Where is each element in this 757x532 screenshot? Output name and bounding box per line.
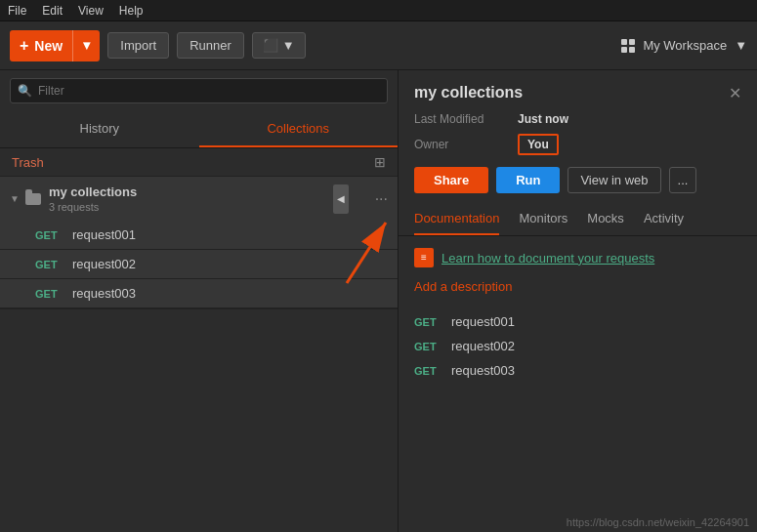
toolbar: + New ▼ Import Runner ⬛ ▼ My Workspace ▼	[0, 21, 757, 70]
collection-header[interactable]: ▼ my collections 3 requests ◀ ···	[0, 177, 398, 221]
add-description[interactable]: Add a description	[414, 279, 741, 294]
left-panel: 🔍 History Collections Trash ⊞ ▼ my	[0, 70, 399, 532]
panel-title: my collections	[414, 84, 523, 102]
request-name: request003	[451, 363, 515, 378]
workspace-grid-icon	[621, 39, 635, 53]
doc-icon: ≡	[414, 248, 434, 267]
menu-edit[interactable]: Edit	[42, 4, 63, 18]
chevron-down-icon: ▼	[10, 193, 20, 204]
right-panel-header: my collections ✕	[399, 70, 757, 110]
list-item[interactable]: GET request003	[414, 358, 741, 383]
owner-value: You	[518, 134, 559, 155]
import-button[interactable]: Import	[107, 32, 169, 59]
doc-link-row: ≡ Learn how to document your requests	[414, 248, 741, 267]
new-button-label: + New	[10, 37, 72, 55]
list-item[interactable]: GET request002	[414, 334, 741, 358]
collection-area: Trash ⊞ ▼ my collections 3 requests ◀ ··…	[0, 148, 398, 532]
intercept-button[interactable]: ⬛ ▼	[252, 32, 306, 59]
menu-bar: File Edit View Help	[0, 0, 757, 21]
method-badge: GET	[414, 365, 442, 377]
last-modified-value: Just now	[518, 112, 568, 126]
menu-help[interactable]: Help	[119, 4, 144, 18]
close-button[interactable]: ✕	[729, 84, 741, 102]
workspace-button[interactable]: My Workspace ▼	[621, 38, 747, 53]
method-badge: GET	[414, 316, 442, 328]
filter-bar: 🔍	[0, 70, 398, 111]
share-button[interactable]: Share	[414, 167, 488, 193]
collection-more-button[interactable]: ···	[375, 190, 388, 208]
tab-activity[interactable]: Activity	[644, 203, 684, 235]
add-collection-button[interactable]: ⊞	[374, 154, 386, 170]
tab-monitors[interactable]: Monitors	[519, 203, 568, 235]
footer-url: https://blog.csdn.net/weixin_42264901	[567, 516, 749, 528]
menu-view[interactable]: View	[78, 4, 104, 18]
collection-item: ▼ my collections 3 requests ◀ ··· GET re…	[0, 177, 398, 309]
meta-row-modified: Last Modified Just now	[399, 110, 757, 128]
right-panel: my collections ✕ Last Modified Just now …	[399, 70, 757, 532]
collection-name: my collections	[49, 184, 137, 199]
tabs: History Collections	[0, 111, 398, 148]
more-options-button[interactable]: ...	[669, 167, 697, 193]
trash-row: Trash ⊞	[0, 148, 398, 177]
request-name: request001	[72, 227, 136, 242]
right-tabs: Documentation Monitors Mocks Activity	[399, 203, 757, 236]
request-name: request003	[72, 286, 136, 301]
toolbar-right: My Workspace ▼	[621, 38, 747, 53]
intercept-arrow: ▼	[282, 38, 295, 53]
action-row: Share Run View in web ...	[399, 157, 757, 203]
trash-label[interactable]: Trash	[12, 155, 44, 170]
list-item[interactable]: GET request002	[0, 250, 398, 279]
owner-label: Owner	[414, 138, 502, 151]
new-button[interactable]: + New ▼	[10, 30, 100, 61]
method-badge: GET	[35, 229, 63, 241]
list-item[interactable]: GET request003	[0, 279, 398, 308]
tab-mocks[interactable]: Mocks	[587, 203, 624, 235]
list-item[interactable]: GET request001	[0, 221, 398, 250]
method-badge: GET	[35, 259, 63, 270]
tab-collections[interactable]: Collections	[199, 111, 399, 147]
meta-row-owner: Owner You	[399, 132, 757, 157]
new-button-arrow[interactable]: ▼	[72, 30, 100, 61]
tab-documentation[interactable]: Documentation	[414, 203, 499, 235]
collection-count: 3 requests	[49, 201, 137, 213]
method-badge: GET	[35, 288, 63, 300]
request-name: request001	[451, 314, 515, 329]
view-web-button[interactable]: View in web	[568, 167, 660, 193]
doc-link[interactable]: Learn how to document your requests	[442, 251, 654, 266]
menu-file[interactable]: File	[8, 4, 26, 18]
runner-button[interactable]: Runner	[177, 32, 244, 59]
request-name: request002	[72, 257, 136, 271]
search-icon: 🔍	[18, 84, 32, 98]
workspace-chevron-icon: ▼	[735, 38, 747, 53]
filter-input[interactable]	[10, 78, 388, 103]
last-modified-label: Last Modified	[414, 112, 502, 126]
collapse-panel-button[interactable]: ◀	[333, 184, 349, 214]
list-item[interactable]: GET request001	[414, 309, 741, 334]
intercept-icon: ⬛	[263, 38, 278, 53]
method-badge: GET	[414, 341, 442, 352]
main-layout: 🔍 History Collections Trash ⊞ ▼ my	[0, 70, 757, 532]
run-button[interactable]: Run	[496, 167, 560, 193]
right-content: ≡ Learn how to document your requests Ad…	[399, 236, 757, 532]
workspace-label: My Workspace	[643, 38, 727, 53]
folder-icon	[25, 193, 41, 205]
request-name: request002	[451, 339, 515, 353]
tab-history[interactable]: History	[0, 111, 199, 147]
